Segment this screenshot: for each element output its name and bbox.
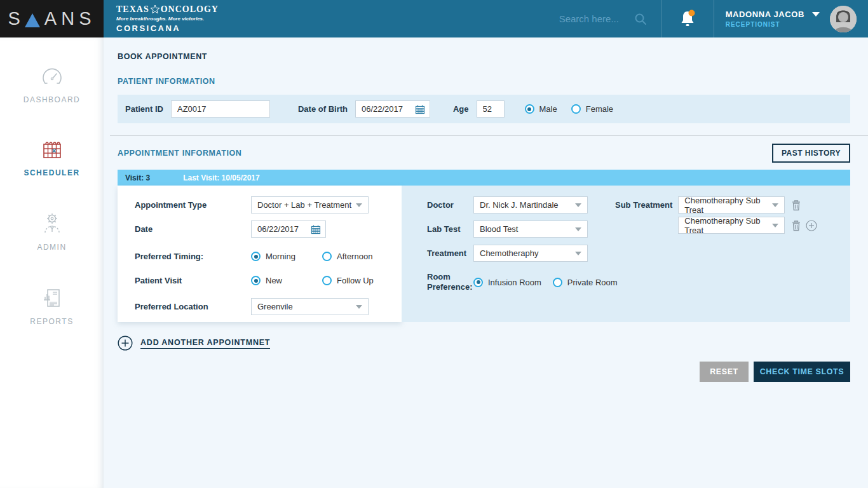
check-time-slots-button[interactable]: CHECK TIME SLOTS — [754, 362, 850, 382]
patient-id-label: Patient ID — [125, 104, 163, 114]
radio-unselected-icon — [322, 252, 332, 261]
age-label: Age — [453, 104, 469, 114]
brand-title-right: ONCOLOGY — [161, 4, 219, 15]
trash-icon — [791, 200, 801, 211]
room-private-radio[interactable]: Private Room — [553, 278, 618, 287]
logo-letter: S — [8, 10, 25, 28]
visit-banner: Visit: 3 Last Visit: 10/05/2017 — [118, 170, 850, 186]
gender-female-radio[interactable]: Female — [571, 104, 613, 114]
treatment-label: Treatment — [427, 248, 473, 258]
caret-down-icon — [772, 203, 778, 207]
doctor-select[interactable]: Dr. Nick J. Martindale — [473, 196, 588, 214]
appointment-type-label: Appointment Type — [135, 200, 251, 210]
user-role: RECEPTIONIST — [726, 21, 820, 28]
star-icon — [150, 4, 160, 15]
appointment-left-panel: Appointment Type Doctor + Lab + Treatmen… — [118, 186, 402, 322]
room-infusion-radio[interactable]: Infusion Room — [473, 278, 541, 287]
lab-test-label: Lab Test — [427, 224, 473, 234]
radio-unselected-icon — [553, 278, 562, 287]
add-another-appointment-link[interactable]: ADD ANOTHER APPOINTMNET — [118, 336, 270, 351]
brand-location: CORSICANA — [116, 24, 219, 33]
brand-title-left: TEXAS — [116, 4, 149, 15]
notifications-button[interactable] — [661, 0, 714, 37]
user-menu[interactable]: MADONNA JACOB RECEPTIONIST — [714, 0, 830, 37]
sidebar-item-reports[interactable]: REPORTS — [0, 286, 104, 326]
appointment-date-input[interactable]: 06/22/2017 — [251, 220, 326, 238]
bell-icon — [678, 9, 697, 29]
preferred-timing-label: Preferred Timing: — [135, 252, 251, 261]
sidebar-nav: DASHBOARD SCHEDULER — [0, 37, 104, 488]
room-preference-label: Room Preference: — [427, 272, 473, 293]
doctor-label: Doctor — [427, 200, 473, 210]
radio-selected-icon — [473, 278, 483, 287]
search-box — [559, 0, 661, 37]
caret-down-icon — [356, 203, 362, 207]
patient-info-bar: Patient ID Date of Birth 06/22/2017 Age … — [118, 95, 850, 123]
lab-test-select[interactable]: Blood Test — [473, 220, 588, 238]
sub-treatment-row: Chemotheraphy Sub Treat — [678, 196, 817, 214]
plus-circle-icon — [118, 336, 133, 351]
sub-treatment-block: Sub Treatment Chemotheraphy Sub Treat — [615, 196, 817, 234]
header-spacer — [219, 0, 559, 37]
radio-selected-icon — [251, 276, 261, 285]
caret-down-icon — [575, 227, 581, 231]
calendar-grid-icon — [40, 139, 64, 161]
section-divider — [110, 135, 868, 136]
sidebar-item-admin[interactable]: ADMIN — [0, 212, 104, 252]
calendar-icon — [311, 224, 321, 234]
timing-afternoon-radio[interactable]: Afternoon — [322, 252, 372, 261]
sidebar-item-scheduler[interactable]: SCHEDULER — [0, 139, 104, 177]
sub-treatment-select-1[interactable]: Chemotheraphy Sub Treat — [678, 196, 785, 214]
caret-down-icon — [575, 203, 581, 207]
top-header: S ANS TEXAS ONCOLOGY More breakthroughs.… — [0, 0, 868, 37]
avatar[interactable] — [830, 6, 857, 32]
add-sub-treatment-button[interactable] — [806, 220, 817, 231]
patient-section-title: PATIENT INFORMATION — [118, 77, 850, 86]
dob-input[interactable]: 06/22/2017 — [355, 100, 430, 118]
timing-morning-radio[interactable]: Morning — [251, 252, 295, 261]
dob-value: 06/22/2017 — [362, 104, 403, 114]
sub-treatment-select-2[interactable]: Chemotheraphy Sub Treat — [678, 217, 785, 234]
sub-treatment-label: Sub Treatment — [615, 200, 672, 210]
chevron-down-icon — [812, 12, 820, 17]
delete-sub-treatment-button[interactable] — [791, 200, 801, 211]
gender-male-radio[interactable]: Male — [525, 104, 557, 114]
radio-unselected-icon — [571, 104, 581, 114]
date-label: Date — [135, 224, 251, 234]
last-visit-date: Last Visit: 10/05/2017 — [183, 173, 260, 182]
radio-unselected-icon — [322, 276, 332, 285]
avatar-photo-icon — [830, 6, 857, 32]
search-icon[interactable] — [634, 13, 647, 25]
age-input[interactable] — [477, 100, 505, 118]
main-content: BOOK APPOINTMENT PATIENT INFORMATION Pat… — [104, 37, 868, 488]
delete-sub-treatment-button[interactable] — [791, 220, 801, 231]
user-name: MADONNA JACOB — [726, 10, 804, 19]
brand-tagline: More breakthroughs. More victories. — [116, 16, 219, 22]
gear-person-icon — [40, 212, 64, 236]
radio-selected-icon — [525, 104, 534, 114]
caret-down-icon — [772, 224, 778, 227]
treatment-select[interactable]: Chemotheraphy — [473, 245, 588, 262]
app-logo: S ANS — [0, 0, 104, 37]
preferred-location-select[interactable]: Greenvile — [251, 298, 369, 315]
patient-visit-label: Patient Visit — [135, 276, 251, 285]
search-input[interactable] — [559, 13, 634, 24]
trash-icon — [791, 220, 801, 231]
reset-button[interactable]: RESET — [700, 362, 749, 382]
visit-new-radio[interactable]: New — [251, 276, 282, 285]
plus-circle-icon — [806, 220, 817, 231]
calendar-icon — [415, 104, 425, 114]
visit-count: Visit: 3 — [125, 173, 150, 182]
visit-followup-radio[interactable]: Follow Up — [322, 276, 374, 285]
sub-treatment-row: Chemotheraphy Sub Treat — [678, 217, 817, 234]
saans-logo: S ANS — [8, 10, 96, 28]
caret-down-icon — [575, 252, 581, 255]
appointment-type-select[interactable]: Doctor + Lab + Treatment — [251, 196, 369, 214]
clinic-brand: TEXAS ONCOLOGY More breakthroughs. More … — [104, 0, 219, 37]
brand-title: TEXAS ONCOLOGY — [116, 4, 219, 15]
appointment-section-title: APPOINTMENT INFORMATION — [118, 149, 242, 158]
past-history-button[interactable]: PAST HISTORY — [772, 144, 850, 163]
sidebar-item-dashboard[interactable]: DASHBOARD — [0, 65, 104, 104]
page-title: BOOK APPOINTMENT — [118, 52, 850, 61]
patient-id-input[interactable] — [171, 100, 270, 118]
